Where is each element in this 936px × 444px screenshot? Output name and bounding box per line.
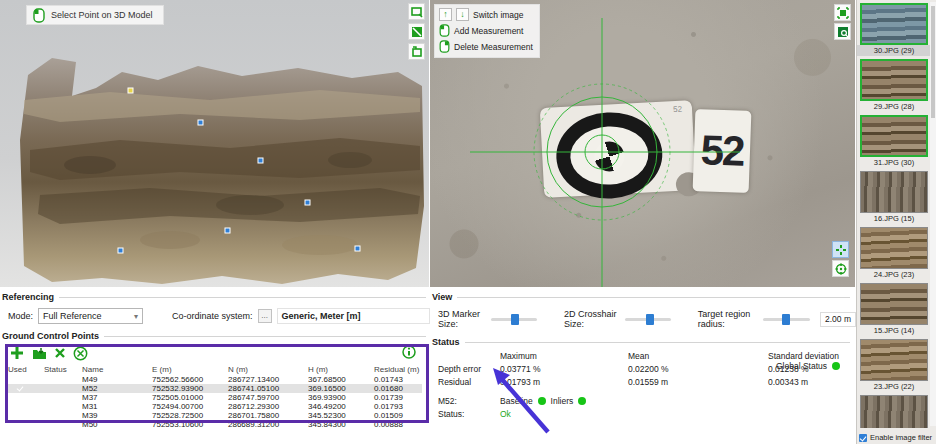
previous-image-icon[interactable]: ↑ [439,8,452,21]
thumbnail-image[interactable] [860,339,928,381]
slider-track-2[interactable] [763,318,810,321]
gcp-col-6: Residual (m) [374,365,422,374]
global-status-dot [832,362,840,370]
coded-target-card: 52 [540,100,697,198]
thumbnail-image[interactable] [860,395,928,428]
gcp-row[interactable]: M37752505.01000286747.59700369.939000.01… [8,393,422,402]
thumbnail-image[interactable] [860,115,928,157]
target-center-checker [591,138,628,175]
gcp-row[interactable]: M52752532.93900286741.05100369.165000.01… [8,384,422,393]
gcp-title: Ground Control Points [2,331,99,341]
thumbnail-list[interactable]: 30.JPG (29)29.JPG (28)31.JPG (30)16.JPG … [857,0,931,428]
depth-error-mean: 0.02200 % [628,364,768,374]
thumbnail-image[interactable] [860,59,928,101]
coordinate-browse-button[interactable]: ... [258,309,272,323]
slider-handle-1[interactable] [646,314,654,325]
marker-status-label: M52: [438,396,500,406]
thumbnail-item[interactable]: 16.JPG (15) [857,171,931,224]
add-measurement-label: Add Measurement [454,26,523,36]
next-image-icon[interactable]: ↓ [456,8,469,21]
target-small-number: 52 [673,105,682,114]
gcp-col-3: E (m) [152,365,228,374]
slider-track-0[interactable] [491,318,538,321]
mode-select[interactable]: Full Reference ▾ [38,308,143,324]
h-cell: 367.68500 [308,375,374,384]
image-filter-checkbox[interactable] [859,434,867,442]
thumbnail-image[interactable] [860,171,928,213]
depth-error-label: Depth error [438,364,500,374]
h-cell: 346.49200 [308,402,374,411]
n-cell: 286727.13400 [228,375,308,384]
thumbnail-item[interactable]: 24.JPG (23) [857,227,931,280]
chevron-down-icon: ▾ [134,312,138,321]
info-icon[interactable] [402,345,416,359]
thumbnail-label: 29.JPG (28) [857,101,931,112]
fit-marker-icon[interactable] [834,4,851,21]
coordinate-system-label: Co-ordinate system: [172,311,253,321]
add-point-icon[interactable] [10,346,24,360]
thumbnail-image[interactable] [860,283,928,325]
thumbnail-item[interactable]: 30.JPG (29) [857,3,931,56]
slider-handle-2[interactable] [782,314,790,325]
view-sliders-row: 3D Marker Size:2D Crosshair Size:Target … [438,309,856,329]
coordinate-system-value[interactable]: Generic, Meter [m] [277,308,430,324]
model-viewport-3d[interactable]: Select Point on 3D Model [0,0,429,287]
thumbnail-item[interactable]: 29.JPG (28) [857,59,931,112]
thumbnail-item[interactable]: 31.JPG (30) [857,115,931,168]
inliers-label: Inliers [551,396,574,406]
thumbnail-item[interactable]: 23.JPG (22) [857,339,931,392]
viewport-legend: ↑ ↓ Switch image Add Measurement Delete … [434,4,540,58]
status-cell [44,411,82,420]
slider-label-1: 2D Crosshair Size: [564,309,619,329]
gcp-row[interactable]: M31752494.00700286712.29300346.492000.01… [8,402,422,411]
gcp-table-body: M49752562.56600286727.13400367.685000.01… [8,375,422,429]
status-cell [44,420,82,429]
select-point-hint[interactable]: Select Point on 3D Model [26,5,164,25]
reset-region-icon[interactable] [408,43,425,60]
resize-region-icon[interactable] [408,3,425,20]
gcp-row[interactable]: M49752562.56600286727.13400367.685000.01… [8,375,422,384]
center-view-icon[interactable] [832,260,849,277]
n-cell: 286747.59700 [228,393,308,402]
residual-cell: 0.01680 [374,384,422,393]
select-point-label: Select Point on 3D Model [51,10,153,20]
mouse-icon [33,8,45,23]
import-points-icon[interactable] [32,347,47,360]
mouse-right-click-icon [439,40,450,53]
thumbnail-image[interactable] [860,3,928,45]
thumbnail-label: 23.JPG (22) [857,381,931,392]
thumbnail-item[interactable]: 15.JPG (14) [857,283,931,336]
used-cell [8,393,44,402]
slider-label-2: Target region radius: [698,309,758,329]
thumbnail-item[interactable]: 14.JPG (13) [857,395,931,428]
zoom-region-icon[interactable] [834,23,851,40]
crosshair-toggle-icon[interactable] [832,241,849,258]
e-cell: 752553.10600 [152,420,228,429]
mode-label: Mode: [8,311,33,321]
gcp-row[interactable]: M50752553.10600286689.31200345.843000.00… [8,420,422,429]
gcp-row[interactable]: M39752528.72500286701.75800345.523000.01… [8,411,422,420]
thumbnail-image[interactable] [860,227,928,269]
residual-label: Residual [438,377,500,387]
used-cell [8,411,44,420]
status-value: Ok [500,409,628,419]
used-cell [8,402,44,411]
gcp-col-0: Used [8,365,44,374]
thumbnail-scrollbar[interactable] [930,2,936,426]
h-cell: 369.93900 [308,393,374,402]
status-cell [44,375,82,384]
slider-value-2[interactable]: 2.00 m [820,312,856,327]
thumbnail-label: 31.JPG (30) [857,157,931,168]
photo-viewport-2d[interactable]: 52 52 ↑ ↓ Switch image [430,0,855,287]
status-col-maximum: Maximum [500,351,628,361]
slider-handle-0[interactable] [511,314,519,325]
used-cell [8,384,44,393]
remove-all-icon[interactable] [73,346,88,361]
target-ring [554,110,664,201]
delete-point-icon[interactable] [55,348,65,358]
status-cell [44,402,82,411]
depth-error-max: 0.03771 % [500,364,628,374]
residual-mean: 0.01559 m [628,377,768,387]
slider-track-1[interactable] [625,318,672,321]
draw-line-icon[interactable] [408,23,425,40]
